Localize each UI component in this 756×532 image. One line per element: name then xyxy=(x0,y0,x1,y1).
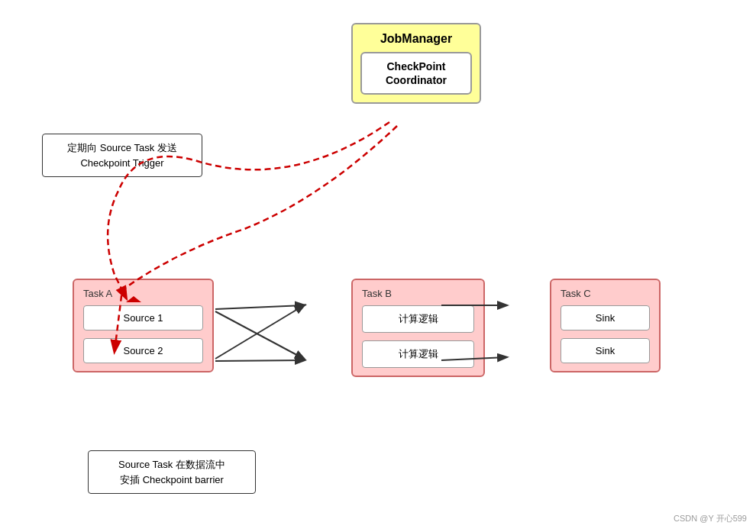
svg-line-1 xyxy=(215,311,304,359)
checkpoint-line2: Coordinator xyxy=(386,74,447,86)
svg-line-0 xyxy=(215,305,304,309)
task-c-label: Task C xyxy=(561,288,650,299)
annotation-bottom: Source Task 在数据流中安插 Checkpoint barrier xyxy=(88,450,256,494)
jobmanager-title: JobManager xyxy=(360,32,472,46)
main-container: JobManager CheckPoint Coordinator 定期向 So… xyxy=(0,0,756,532)
task-a-label: Task A xyxy=(83,288,203,299)
checkpoint-line1: CheckPoint xyxy=(386,60,445,73)
jobmanager-box: JobManager CheckPoint Coordinator xyxy=(351,23,481,104)
task-b-inner: 计算逻辑 计算逻辑 xyxy=(362,305,474,368)
svg-line-3 xyxy=(215,360,304,361)
task-b-logic1: 计算逻辑 xyxy=(362,305,474,333)
task-c-box: Task C Sink Sink xyxy=(550,279,661,372)
checkpoint-coordinator-box: CheckPoint Coordinator xyxy=(360,52,472,95)
watermark: CSDN @Y 开心599 xyxy=(674,513,747,524)
task-b-box: Task B 计算逻辑 计算逻辑 xyxy=(351,279,485,377)
task-c-sink2: Sink xyxy=(561,338,650,363)
task-a-source1: Source 1 xyxy=(83,305,203,330)
task-c-inner: Sink Sink xyxy=(561,305,650,363)
annotation-top-text: 定期向 Source Task 发送Checkpoint Trigger xyxy=(67,142,177,169)
annotation-bottom-text: Source Task 在数据流中安插 Checkpoint barrier xyxy=(118,459,225,485)
task-a-source2: Source 2 xyxy=(83,338,203,363)
task-a-inner: Source 1 Source 2 xyxy=(83,305,203,363)
task-a-box: Task A Source 1 Source 2 xyxy=(73,279,214,372)
task-b-logic2: 计算逻辑 xyxy=(362,340,474,368)
annotation-top: 定期向 Source Task 发送Checkpoint Trigger xyxy=(42,134,202,177)
task-c-sink1: Sink xyxy=(561,305,650,330)
task-b-label: Task B xyxy=(362,288,474,299)
svg-line-2 xyxy=(215,305,304,359)
